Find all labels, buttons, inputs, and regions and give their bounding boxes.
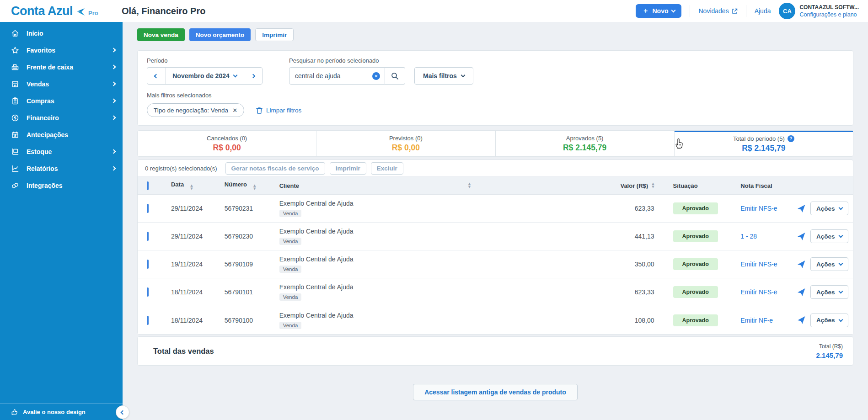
table-row: 18/11/2024 56790101 Exemplo Central de A… (138, 278, 853, 306)
account-settings-link[interactable]: Configurações e plano (799, 11, 859, 18)
tab-previstos[interactable]: Previstos (0) R$ 0,00 (316, 131, 495, 156)
send-icon[interactable] (797, 232, 806, 241)
gerar-notas-button[interactable]: Gerar notas fiscais de serviço (225, 162, 325, 175)
row-checkbox[interactable] (147, 287, 149, 297)
sidebar: Início Favoritos Frente de caixa Vendas … (0, 22, 123, 420)
sort-icon[interactable]: ▲▼ (190, 184, 193, 191)
mais-filtros-button[interactable]: Mais filtros (414, 67, 473, 85)
tipo-tag: Venda (279, 238, 302, 245)
page-title: Olá, Financeiro Pro (122, 6, 205, 16)
chevron-down-icon (671, 8, 676, 13)
search-button[interactable] (385, 67, 405, 85)
help-icon[interactable]: ? (788, 135, 794, 142)
main-content: Nova venda Novo orçamento Imprimir Perío… (123, 22, 868, 420)
sidebar-item-financeiro[interactable]: $ Financeiro (0, 109, 123, 126)
send-icon[interactable] (797, 288, 806, 297)
nova-venda-button[interactable]: Nova venda (137, 28, 185, 41)
imprimir-selecionados-button[interactable]: Imprimir (330, 162, 366, 175)
client-name: Exemplo Central de Ajuda (279, 228, 354, 235)
acoes-button[interactable]: Ações (810, 285, 848, 299)
clear-search-icon[interactable]: ✕ (372, 72, 380, 80)
sidebar-collapse-button[interactable] (116, 405, 129, 419)
logo-text: Conta Azul (11, 4, 73, 18)
previous-month-button[interactable] (147, 68, 166, 84)
novo-button[interactable]: ＋ Novo (636, 4, 681, 18)
client-name: Exemplo Central de Ajuda (279, 200, 354, 207)
rate-design-button[interactable]: Avalie o nosso design (0, 404, 123, 420)
send-icon[interactable] (797, 260, 806, 269)
table-row: 29/11/2024 56790230 Exemplo Central de A… (138, 223, 853, 250)
nota-fiscal-link[interactable]: Emitir NFS-e (740, 261, 777, 268)
row-checkbox[interactable] (147, 260, 149, 269)
chevron-down-icon (838, 234, 843, 238)
imprimir-button[interactable]: Imprimir (255, 28, 294, 41)
acoes-button[interactable]: Ações (810, 257, 848, 271)
row-checkbox[interactable] (147, 204, 149, 213)
tab-aprovados[interactable]: Aprovados (5) R$ 2.145,79 (496, 131, 675, 156)
sidebar-item-favoritos[interactable]: Favoritos (0, 42, 123, 58)
novidades-link[interactable]: Novidades (698, 7, 737, 15)
search-label: Pesquisar no período selecionado (289, 57, 405, 64)
select-all-checkbox[interactable] (147, 181, 149, 190)
row-checkbox[interactable] (147, 316, 149, 325)
tab-cancelados[interactable]: Cancelados (0) R$ 0,00 (138, 131, 316, 156)
chevron-down-icon (461, 73, 465, 78)
chevron-down-icon (233, 73, 237, 78)
sidebar-item-antecipacoes[interactable]: $ Antecipações (0, 126, 123, 143)
acoes-button[interactable]: Ações (810, 229, 848, 243)
link-icon (11, 181, 19, 190)
column-data: Data (171, 181, 184, 188)
ajuda-link[interactable]: Ajuda (755, 7, 771, 15)
sort-icon[interactable]: ▲▼ (253, 184, 256, 191)
next-month-button[interactable] (244, 68, 262, 84)
row-checkbox[interactable] (147, 232, 149, 241)
client-name: Exemplo Central de Ajuda (279, 283, 354, 291)
send-icon[interactable] (797, 316, 806, 324)
sidebar-item-integracoes[interactable]: Integrações (0, 177, 123, 194)
send-icon[interactable] (797, 204, 806, 213)
table-row: 19/11/2024 56790109 Exemplo Central de A… (138, 250, 853, 278)
thumbs-up-icon (11, 409, 18, 416)
divider (690, 5, 690, 17)
sales-table: 0 registro(s) selecionado(s) Gerar notas… (137, 159, 853, 335)
remove-chip-icon[interactable]: ✕ (232, 107, 237, 114)
chevron-down-icon (838, 206, 843, 210)
chevron-right-icon (112, 149, 116, 154)
column-valor: Valor (R$) (620, 182, 648, 189)
nota-fiscal-link[interactable]: Emitir NFS-e (740, 288, 777, 296)
sidebar-item-inicio[interactable]: Início (0, 25, 123, 42)
sidebar-item-vendas[interactable]: Vendas (0, 75, 123, 92)
old-list-button[interactable]: Acessar listagem antiga de vendas de pro… (413, 384, 578, 400)
account-menu[interactable]: CA CONTAAZUL SOFTW... Configurações e pl… (779, 3, 859, 19)
excluir-button[interactable]: Excluir (371, 162, 403, 175)
search-input[interactable] (295, 72, 372, 80)
contaazul-logo[interactable]: Conta Azul Pro (11, 4, 116, 18)
top-header: Conta Azul Pro Olá, Financeiro Pro ＋ Nov… (0, 0, 868, 22)
tipo-tag: Venda (279, 210, 302, 217)
tab-total-periodo[interactable]: Total do período (5) ? R$ 2.145,79 (675, 131, 853, 156)
selected-count: 0 registro(s) selecionado(s) (145, 165, 217, 172)
acoes-button[interactable]: Ações (810, 314, 848, 327)
sidebar-item-frente-de-caixa[interactable]: Frente de caixa (0, 58, 123, 75)
novo-orcamento-button[interactable]: Novo orçamento (189, 28, 251, 41)
swallow-logo-icon (76, 8, 85, 16)
sort-icon[interactable]: ▲▼ (468, 182, 471, 189)
sort-icon[interactable]: ▲▼ (652, 182, 654, 189)
nota-fiscal-link[interactable]: Emitir NFS-e (740, 205, 777, 212)
nota-fiscal-link[interactable]: Emitir NF-e (740, 317, 773, 324)
status-badge: Aprovado (673, 202, 718, 214)
table-toolbar: 0 registro(s) selecionado(s) Gerar notas… (138, 160, 853, 176)
period-dropdown[interactable]: Novembro de 2024 (166, 68, 244, 84)
sidebar-item-relatorios[interactable]: Relatórios (0, 160, 123, 177)
nota-fiscal-link[interactable]: 1 - 28 (740, 233, 757, 240)
limpar-filtros-link[interactable]: Limpar filtros (256, 107, 301, 114)
sidebar-item-compras[interactable]: Compras (0, 92, 123, 109)
filter-chip-tipo-negociacao[interactable]: Tipo de negociação: Venda ✕ (147, 103, 244, 117)
calendar-dollar-icon: $ (11, 131, 19, 139)
chart-icon (11, 165, 19, 173)
external-link-icon (732, 8, 738, 14)
cash-register-icon (11, 63, 19, 71)
acoes-button[interactable]: Ações (810, 202, 848, 215)
period-group: Período Novembro de 2024 (147, 57, 263, 85)
sidebar-item-estoque[interactable]: Estoque (0, 143, 123, 160)
